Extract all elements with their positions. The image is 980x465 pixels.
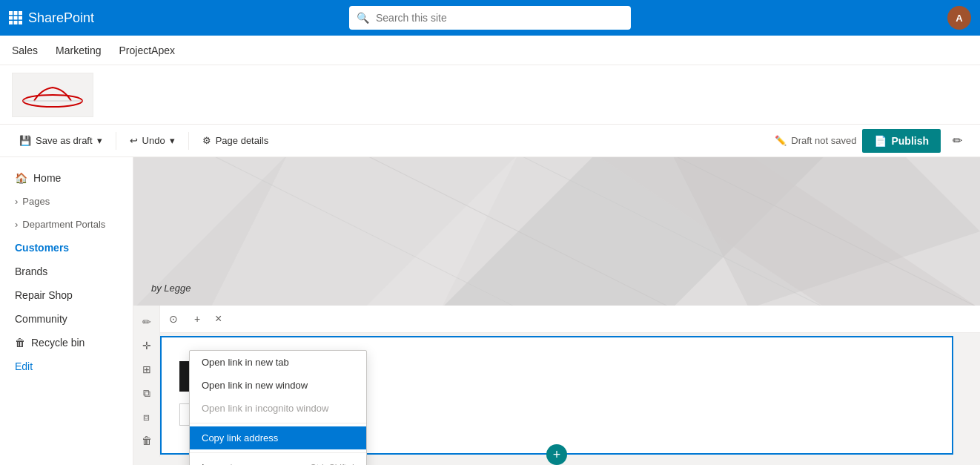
pencil-icon: ✏: [142, 316, 151, 328]
zoom-in-icon: +: [194, 313, 200, 325]
search-container: 🔍: [349, 6, 631, 30]
save-draft-chevron[interactable]: ▾: [97, 135, 102, 146]
context-menu: Open link in new tab Open link in new wi…: [189, 350, 367, 465]
top-bar-right: A: [947, 6, 971, 30]
svg-rect-2: [19, 11, 22, 15]
draft-label-text: Draft not saved: [791, 135, 856, 146]
delete-button[interactable]: 🗑: [136, 430, 157, 451]
nav-item-sales[interactable]: Sales: [12, 39, 38, 62]
cmd-divider-1: [116, 132, 116, 150]
app-title: SharePoint: [28, 10, 94, 26]
suite-nav: Sales Marketing ProjectApex: [0, 36, 980, 65]
cmd-right: ✏️ Draft not saved 📄 Publish ✏: [775, 129, 968, 153]
edit-toolbar: ✏ ✛ ⊞ ⧉ ⧈ 🗑: [133, 306, 160, 457]
waffle-menu[interactable]: SharePoint: [9, 10, 94, 26]
sidebar-section-pages[interactable]: › Pages: [0, 190, 133, 213]
recycle-icon: 🗑: [15, 337, 25, 349]
undo-label: Undo: [142, 135, 165, 146]
context-menu-separator-2: [190, 452, 366, 453]
move-icon: ✛: [142, 340, 151, 352]
site-header: Private group ★ Following 👤 1 member: [0, 65, 980, 125]
sidebar-edit-link[interactable]: Edit: [0, 354, 133, 378]
dept-portals-label: Department Portals: [22, 219, 105, 230]
close-icon: ×: [215, 312, 222, 325]
edit-mode-button[interactable]: ✏: [947, 131, 968, 151]
search-input[interactable]: [349, 6, 631, 30]
copy-button[interactable]: ⧉: [136, 383, 157, 403]
home-label: Home: [33, 172, 61, 184]
home-icon: 🏠: [15, 172, 27, 184]
move-button[interactable]: ✛: [136, 335, 157, 356]
hero-text: by Legge: [151, 283, 191, 294]
save-icon: 💾: [19, 135, 31, 146]
zoom-reset-icon: ⊙: [169, 313, 178, 325]
sidebar-section-dept-portals[interactable]: › Department Portals: [0, 213, 133, 236]
customers-label-sidebar: Customers: [15, 242, 69, 254]
inspect-shortcut: Ctrl+Shift+I: [310, 463, 354, 466]
edit-pencil-button[interactable]: ✏: [136, 311, 157, 332]
sidebar-item-customers[interactable]: Customers: [0, 236, 133, 260]
recycle-bin-label: Recycle bin: [31, 337, 85, 349]
close-button[interactable]: ×: [211, 311, 226, 327]
repair-shop-label: Repair Shop: [15, 289, 73, 301]
svg-rect-6: [9, 21, 13, 24]
svg-rect-1: [14, 11, 18, 15]
page-details-label: Page details: [216, 135, 269, 146]
context-menu-item-inspect[interactable]: Inspect Ctrl+Shift+I: [190, 456, 366, 465]
undo-button[interactable]: ↩ Undo ▾: [122, 131, 182, 151]
context-menu-separator: [190, 423, 366, 423]
site-logo[interactable]: [12, 73, 93, 117]
pages-chevron: ›: [15, 196, 18, 207]
sidebar-item-brands[interactable]: Brands: [0, 260, 133, 283]
duplicate-icon: ⧈: [143, 411, 150, 423]
top-bar: SharePoint 🔍 A: [0, 0, 980, 36]
context-menu-item-incognito: Open link in incognito window: [190, 397, 366, 420]
user-avatar[interactable]: A: [947, 6, 971, 30]
sidebar-item-repair-shop[interactable]: Repair Shop: [0, 283, 133, 307]
draft-icon: ✏️: [775, 135, 787, 146]
dept-chevron: ›: [15, 219, 18, 230]
context-menu-item-new-tab[interactable]: Open link in new tab: [190, 351, 366, 374]
sidebar-item-community[interactable]: Community: [0, 307, 133, 331]
main-layout: 🏠 Home › Pages › Department Portals Cust…: [0, 157, 980, 465]
svg-rect-0: [9, 11, 13, 15]
svg-rect-4: [14, 16, 18, 20]
page-details-button[interactable]: ⚙ Page details: [195, 131, 277, 151]
delete-icon: 🗑: [142, 435, 152, 446]
edit-label: Edit: [15, 360, 33, 372]
copy-icon: ⧉: [143, 387, 150, 400]
grid-icon: ⊞: [142, 363, 151, 375]
page-hero: by Legge: [133, 157, 980, 306]
sidebar: 🏠 Home › Pages › Department Portals Cust…: [0, 157, 133, 465]
save-draft-label: Save as draft: [36, 135, 93, 146]
grid-button[interactable]: ⊞: [136, 359, 157, 380]
save-as-draft-button[interactable]: 💾 Save as draft ▾: [12, 131, 110, 151]
community-label: Community: [15, 313, 67, 325]
sidebar-item-recycle-bin[interactable]: 🗑 Recycle bin: [0, 331, 133, 354]
undo-icon: ↩: [130, 135, 138, 146]
nav-item-marketing[interactable]: Marketing: [56, 39, 101, 62]
draft-status: ✏️ Draft not saved: [775, 135, 856, 146]
svg-rect-5: [19, 16, 22, 20]
add-section-bottom[interactable]: +: [546, 444, 567, 465]
context-menu-item-new-window[interactable]: Open link in new window: [190, 374, 366, 397]
page-toolbar: − ⊙ + ×: [133, 306, 980, 333]
pages-label: Pages: [22, 196, 50, 207]
nav-item-projectapex[interactable]: ProjectApex: [119, 39, 175, 62]
undo-chevron[interactable]: ▾: [170, 135, 175, 146]
context-menu-item-copy-link[interactable]: Copy link address: [190, 426, 366, 449]
cmd-divider-2: [188, 132, 189, 150]
brands-label: Brands: [15, 266, 47, 277]
hero-overlay: by Legge: [133, 157, 980, 306]
zoom-reset-button[interactable]: ⊙: [163, 309, 184, 329]
search-icon: 🔍: [357, 12, 369, 24]
zoom-in-button[interactable]: +: [187, 309, 208, 329]
publish-button[interactable]: 📄 Publish: [862, 129, 941, 153]
content-area: by Legge − ⊙ + × ✏ ✛: [133, 157, 980, 465]
svg-rect-8: [19, 21, 22, 24]
command-bar: 💾 Save as draft ▾ ↩ Undo ▾ ⚙ Page detail…: [0, 125, 980, 157]
sidebar-item-home[interactable]: 🏠 Home: [0, 166, 133, 190]
duplicate-button[interactable]: ⧈: [136, 406, 157, 427]
publish-label: Publish: [891, 135, 929, 147]
publish-icon: 📄: [874, 135, 887, 147]
